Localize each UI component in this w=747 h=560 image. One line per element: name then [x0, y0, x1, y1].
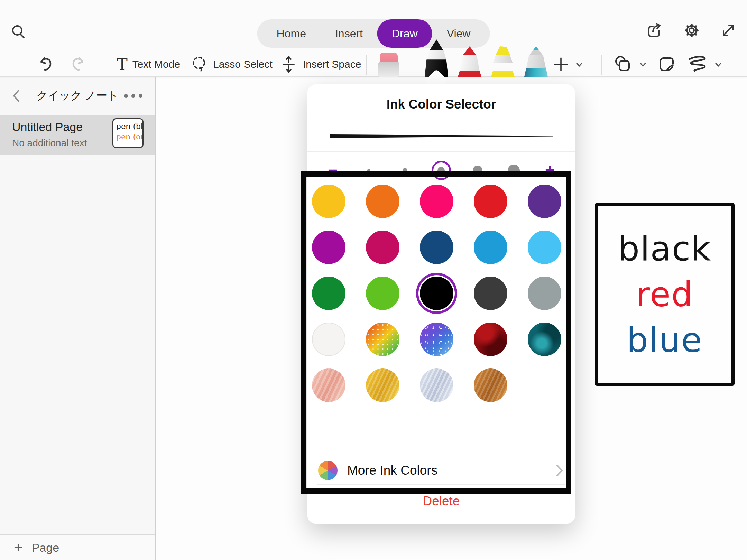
highlighter-body — [491, 55, 515, 63]
lasso-select-label: Lasso Select — [213, 58, 273, 70]
page-title: Untitled Page — [12, 120, 83, 134]
settings-gear-icon[interactable] — [683, 21, 701, 39]
swatch-grid-highlight-frame — [301, 171, 571, 494]
shapes-icon — [613, 54, 633, 74]
tab-view-label: View — [447, 27, 471, 40]
page-list-sidebar: クイック ノート Untitled Page No additional tex… — [0, 77, 156, 560]
more-options-icon[interactable] — [124, 94, 142, 98]
share-icon[interactable] — [646, 21, 664, 39]
ink-rectangle-drawing: blackredblue — [595, 203, 735, 386]
plus-icon: + — [14, 540, 23, 555]
tab-draw[interactable]: Draw — [377, 19, 432, 48]
ink-annotate-icon — [657, 55, 677, 75]
ink-replay-button[interactable] — [687, 55, 723, 74]
red-pen-tool[interactable] — [458, 46, 481, 77]
top-chrome: Home Insert Draw View — [0, 0, 747, 77]
back-chevron-icon[interactable] — [12, 88, 21, 103]
toolbar-divider — [104, 55, 104, 75]
pencil-base — [524, 68, 548, 77]
teal-pencil-tool[interactable] — [524, 46, 548, 77]
chevron-down-icon — [574, 59, 584, 69]
stroke-preview — [330, 133, 553, 140]
add-pen-button[interactable] — [553, 55, 584, 74]
undo-icon[interactable] — [36, 55, 55, 74]
pencil-tip — [524, 46, 548, 55]
add-page-button[interactable]: + Page — [0, 534, 155, 560]
toolbar-divider — [601, 55, 602, 75]
lasso-select-button[interactable]: Lasso Select — [190, 55, 273, 74]
delete-button[interactable]: Delete — [307, 494, 575, 508]
ink-word-red: red — [636, 274, 694, 315]
chevron-down-icon — [638, 59, 648, 69]
thumbnail-ink-line: pen (bl — [116, 121, 142, 132]
popup-title: Ink Color Selector — [307, 97, 575, 112]
sidebar-header: クイック ノート — [0, 77, 155, 115]
red-pen-body — [458, 55, 481, 71]
ink-annotate-button[interactable] — [657, 55, 677, 75]
tab-draw-label: Draw — [392, 27, 418, 40]
highlighter-base — [491, 71, 515, 77]
toolbar-divider — [412, 55, 412, 75]
insert-space-icon — [279, 55, 298, 74]
plus-icon — [553, 56, 569, 73]
eraser-tool[interactable] — [378, 53, 399, 77]
page-list-item[interactable]: Untitled Page No additional text pen (bl… — [0, 115, 155, 155]
insert-space-button[interactable]: Insert Space — [279, 55, 361, 74]
text-mode-label: Text Mode — [132, 58, 180, 70]
ink-word-blue: blue — [627, 320, 703, 361]
fullscreen-icon[interactable] — [719, 21, 737, 39]
add-page-label: Page — [32, 541, 59, 554]
notebook-section-title: クイック ノート — [36, 88, 118, 103]
tab-insert[interactable]: Insert — [321, 19, 377, 48]
pencil-body — [524, 55, 548, 69]
chevron-down-icon — [713, 59, 723, 69]
page-subtitle: No additional text — [12, 138, 87, 149]
red-pen-base — [458, 71, 481, 77]
black-pen-body — [425, 50, 448, 60]
highlighter-tip — [491, 46, 515, 55]
thumbnail-ink-line: pen (or — [116, 132, 142, 142]
search-icon[interactable] — [10, 24, 28, 41]
black-pen-tip — [425, 39, 448, 50]
tab-home-label: Home — [277, 27, 306, 40]
toolbar-divider — [366, 55, 367, 75]
tab-home[interactable]: Home — [262, 19, 321, 48]
text-mode-icon: T — [117, 56, 128, 72]
eraser-body — [378, 62, 399, 77]
tab-insert-label: Insert — [335, 27, 363, 40]
lasso-icon — [190, 55, 208, 74]
text-mode-button[interactable]: T Text Mode — [117, 55, 180, 74]
squiggle-icon — [687, 54, 708, 74]
ink-word-black: black — [618, 228, 711, 269]
page-thumbnail: pen (blpen (or — [112, 118, 144, 148]
redo-icon[interactable] — [68, 55, 88, 74]
ribbon-tabbar: Home Insert Draw View — [257, 19, 490, 48]
yellow-highlighter-tool[interactable] — [491, 46, 515, 77]
red-pen-tip — [458, 46, 481, 55]
insert-space-label: Insert Space — [303, 58, 361, 70]
shapes-button[interactable] — [613, 55, 648, 74]
